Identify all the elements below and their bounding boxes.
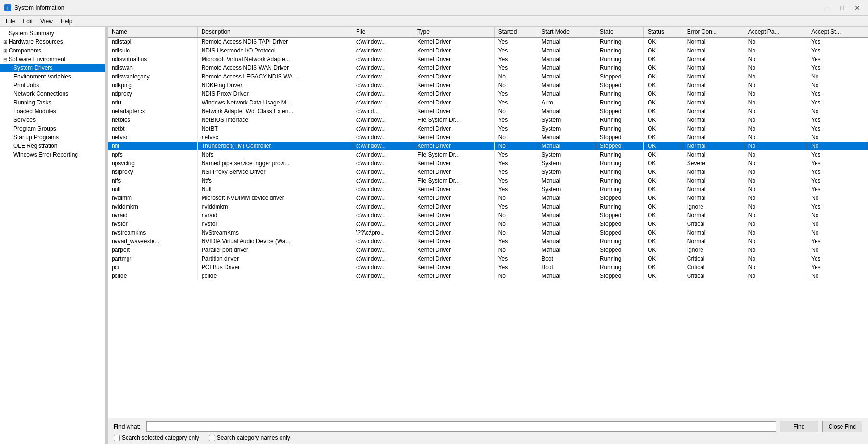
table-row[interactable]: nduWindows Network Data Usage M...c:\win… (108, 98, 868, 107)
close-find-button[interactable]: Close Find (822, 421, 862, 432)
table-row[interactable]: pciPCI Bus Driverc:\window...Kernel Driv… (108, 263, 868, 272)
sidebar-item-components[interactable]: ⊞Components (0, 46, 105, 55)
minimize-button[interactable]: − (820, 3, 833, 13)
sidebar-item-system-drivers[interactable]: System Drivers (0, 64, 105, 72)
table-cell-state: Running (596, 124, 643, 133)
table-row[interactable]: nvdimmMicrosoft NVDIMM device driverc:\w… (108, 194, 868, 202)
col-header-description[interactable]: Description (197, 27, 352, 37)
col-header-accept-st---[interactable]: Accept St... (807, 27, 868, 37)
sidebar-item-startup-programs[interactable]: Startup Programs (0, 133, 105, 142)
table-cell-status: OK (643, 194, 683, 202)
sidebar-item-environment-variables[interactable]: Environment Variables (0, 72, 105, 81)
close-button[interactable]: ✕ (851, 3, 864, 13)
table-row[interactable]: ntfsNtfsc:\window...File System Dr...Yes… (108, 176, 868, 185)
table-cell-accept-st---: No (807, 246, 868, 254)
col-header-name[interactable]: Name (108, 27, 197, 37)
table-row[interactable]: parportParallel port driverc:\window...K… (108, 246, 868, 254)
sidebar-item-hardware-resources[interactable]: ⊞Hardware Resources (0, 38, 105, 46)
table-row[interactable]: nvraidnvraidc:\window...Kernel DriverNoM… (108, 211, 868, 220)
table-row[interactable]: nvstreamkmsNvStreamKms\??\c:\pro...Kerne… (108, 228, 868, 237)
table-row[interactable]: ndiswanlegacyRemote Access LEGACY NDIS W… (108, 72, 868, 81)
sidebar-item-software-environment[interactable]: ⊟Software Environment (0, 55, 105, 64)
sidebar-item-print-jobs[interactable]: Print Jobs (0, 81, 105, 90)
search-selected-label[interactable]: Search selected category only (114, 434, 199, 441)
col-header-state[interactable]: State (596, 27, 643, 37)
sidebar-item-system-summary[interactable]: System Summary (0, 29, 105, 38)
table-cell-status: OK (643, 72, 683, 81)
table-cell-error-con---: Normal (683, 46, 744, 55)
col-header-type[interactable]: Type (413, 27, 494, 37)
col-header-error-con---[interactable]: Error Con... (683, 27, 744, 37)
table-row[interactable]: ndiswanRemote Access NDIS WAN Driverc:\w… (108, 64, 868, 72)
table-row[interactable]: netbtNetBTc:\window...Kernel DriverYesSy… (108, 124, 868, 133)
table-row[interactable]: nhiThunderbolt(TM) Controllerc:\window..… (108, 142, 868, 150)
col-header-file[interactable]: File (352, 27, 413, 37)
table-cell-error-con---: Normal (683, 90, 744, 98)
table-cell-error-con---: Normal (683, 64, 744, 72)
table-row[interactable]: partmgrPartition driverc:\window...Kerne… (108, 254, 868, 263)
table-cell-description: Null (197, 185, 352, 194)
table-row[interactable]: nvvad_waveexte...NVIDIA Virtual Audio De… (108, 237, 868, 246)
table-cell-accept-pa---: No (744, 176, 807, 185)
col-header-start-mode[interactable]: Start Mode (537, 27, 596, 37)
table-cell-description: Windows Network Data Usage M... (197, 98, 352, 107)
menu-item-edit[interactable]: Edit (19, 17, 37, 26)
table-cell-state: Running (596, 237, 643, 246)
table-cell-accept-st---: Yes (807, 176, 868, 185)
table-row[interactable]: ndkpingNDKPing Driverc:\window...Kernel … (108, 81, 868, 90)
table-row[interactable]: nsiproxyNSI Proxy Service Driverc:\windo… (108, 168, 868, 176)
menu-item-help[interactable]: Help (57, 17, 77, 26)
table-cell-error-con---: Normal (683, 228, 744, 237)
table-cell-started: No (494, 228, 537, 237)
find-input[interactable] (146, 421, 776, 432)
table-cell-name: nsiproxy (108, 168, 197, 176)
table-row[interactable]: netvscnetvscc:\window...Kernel DriverNoM… (108, 133, 868, 142)
sidebar-item-ole-registration[interactable]: OLE Registration (0, 142, 105, 150)
table-cell-state: Running (596, 98, 643, 107)
find-button[interactable]: Find (780, 421, 818, 432)
table-cell-error-con---: Ignore (683, 202, 744, 211)
col-header-accept-pa---[interactable]: Accept Pa... (744, 27, 807, 37)
table-row[interactable]: npfsNpfsc:\window...File System Dr...Yes… (108, 150, 868, 159)
sidebar-item-loaded-modules[interactable]: Loaded Modules (0, 107, 105, 116)
sidebar-item-network-connections[interactable]: Network Connections (0, 90, 105, 98)
table-cell-status: OK (643, 176, 683, 185)
table-cell-accept-st---: Yes (807, 202, 868, 211)
table-row[interactable]: netbiosNetBIOS Interfacec:\window...File… (108, 116, 868, 124)
table-row[interactable]: pciidepciidec:\window...Kernel DriverNoM… (108, 272, 868, 280)
table-cell-accept-pa---: No (744, 142, 807, 150)
sidebar-item-running-tasks[interactable]: Running Tasks (0, 98, 105, 107)
table-row[interactable]: ndistapiRemote Access NDIS TAPI Driverc:… (108, 37, 868, 46)
table-row[interactable]: nvlddmkmnvlddmkmc:\window...Kernel Drive… (108, 202, 868, 211)
table-cell-accept-st---: No (807, 107, 868, 116)
search-selected-checkbox[interactable] (114, 435, 120, 441)
table-cell-accept-pa---: No (744, 254, 807, 263)
table-row[interactable]: ndisvirtualbusMicrosoft Virtual Network … (108, 55, 868, 64)
table-container[interactable]: NameDescriptionFileTypeStartedStart Mode… (108, 27, 868, 418)
table-row[interactable]: npsvctrigNamed pipe service trigger prov… (108, 159, 868, 168)
table-cell-error-con---: Normal (683, 116, 744, 124)
table-row[interactable]: nvstornvstorc:\window...Kernel DriverNoM… (108, 220, 868, 228)
table-cell-error-con---: Normal (683, 168, 744, 176)
search-category-label[interactable]: Search category names only (209, 434, 290, 441)
table-cell-name: npsvctrig (108, 159, 197, 168)
table-cell-type: Kernel Driver (413, 72, 494, 81)
sidebar-item-windows-error-reporting[interactable]: Windows Error Reporting (0, 150, 105, 159)
table-row[interactable]: nullNullc:\window...Kernel DriverYesSyst… (108, 185, 868, 194)
table-row[interactable]: ndisuioNDIS Usermode I/O Protocolc:\wind… (108, 46, 868, 55)
table-row[interactable]: ndproxyNDIS Proxy Driverc:\window...Kern… (108, 90, 868, 98)
table-cell-type: Kernel Driver (413, 55, 494, 64)
menu-item-file[interactable]: File (2, 17, 19, 26)
menu-item-view[interactable]: View (37, 17, 57, 26)
maximize-button[interactable]: □ (835, 3, 849, 13)
col-header-status[interactable]: Status (643, 27, 683, 37)
search-category-checkbox[interactable] (209, 435, 215, 441)
table-cell-type: Kernel Driver (413, 194, 494, 202)
table-cell-started: No (494, 107, 537, 116)
col-header-started[interactable]: Started (494, 27, 537, 37)
table-cell-state: Stopped (596, 228, 643, 237)
sidebar-item-program-groups[interactable]: Program Groups (0, 124, 105, 133)
table-cell-started: Yes (494, 263, 537, 272)
table-row[interactable]: netadaptercxNetwork Adapter Wdf Class Ex… (108, 107, 868, 116)
sidebar-item-services[interactable]: Services (0, 116, 105, 124)
